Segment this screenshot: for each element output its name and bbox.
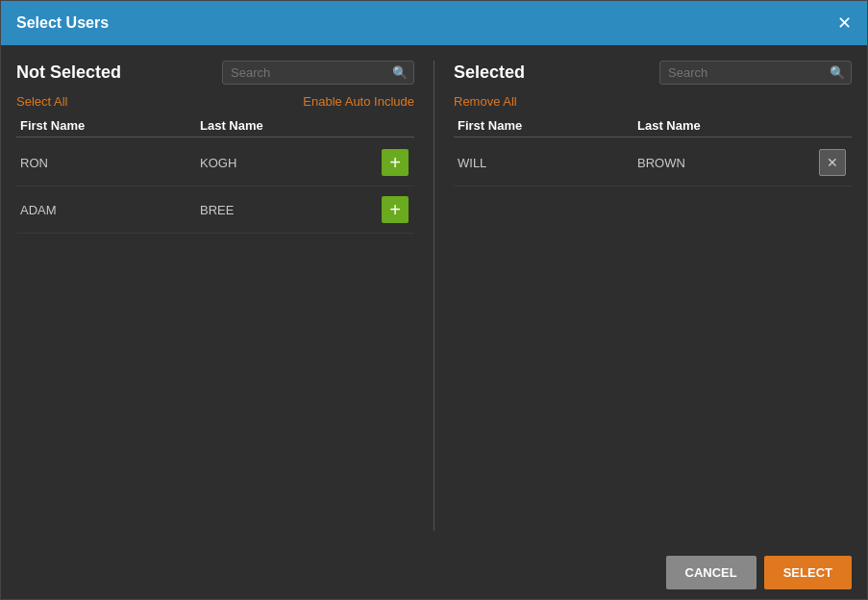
modal-footer: CANCEL SELECT <box>1 546 867 599</box>
selected-col-first: First Name <box>454 118 633 133</box>
selected-title: Selected <box>454 62 525 83</box>
not-selected-row2-action: + <box>376 196 414 223</box>
cancel-button[interactable]: CANCEL <box>666 556 756 589</box>
selected-col-last: Last Name <box>633 118 813 133</box>
not-selected-row1-action: + <box>376 149 414 176</box>
not-selected-actions: Select All Enable Auto Include <box>16 94 414 109</box>
table-row: RON KOGH + <box>16 139 414 187</box>
selected-rows: WILL BROWN ✕ <box>454 139 852 531</box>
enable-auto-link[interactable]: Enable Auto Include <box>303 94 414 109</box>
not-selected-rows: RON KOGH + ADAM BREE + <box>16 139 414 531</box>
modal-body: Not Selected 🔍 Select All Enable Auto In… <box>1 45 867 546</box>
not-selected-panel-top: Not Selected 🔍 <box>16 61 414 85</box>
panel-divider <box>434 61 434 531</box>
not-selected-search-box[interactable]: 🔍 <box>222 61 414 85</box>
remove-all-link[interactable]: Remove All <box>454 94 517 109</box>
search-icon: 🔍 <box>392 65 408 80</box>
not-selected-row1-last: KOGH <box>196 156 376 170</box>
selected-table-header: First Name Last Name <box>454 114 852 138</box>
remove-will-button[interactable]: ✕ <box>819 149 846 176</box>
not-selected-row2-last: BREE <box>196 203 376 217</box>
selected-panel-top: Selected 🔍 <box>454 61 852 85</box>
table-row: WILL BROWN ✕ <box>454 139 852 187</box>
not-selected-col-first: First Name <box>16 118 196 133</box>
add-ron-button[interactable]: + <box>382 149 409 176</box>
table-row: ADAM BREE + <box>16 187 414 234</box>
modal-header: Select Users ✕ <box>1 1 867 45</box>
modal-title: Select Users <box>16 14 109 32</box>
select-button[interactable]: SELECT <box>764 556 852 589</box>
selected-row1-first: WILL <box>454 156 633 170</box>
not-selected-row1-first: RON <box>16 156 196 170</box>
add-adam-button[interactable]: + <box>382 196 409 223</box>
selected-search-input[interactable] <box>668 65 830 80</box>
not-selected-col-action <box>376 118 414 133</box>
select-all-link[interactable]: Select All <box>16 94 67 109</box>
not-selected-col-last: Last Name <box>196 118 376 133</box>
not-selected-panel: Not Selected 🔍 Select All Enable Auto In… <box>16 61 414 531</box>
not-selected-title: Not Selected <box>16 62 121 83</box>
select-users-modal: Select Users ✕ Not Selected 🔍 Select All… <box>0 0 868 600</box>
selected-actions: Remove All <box>454 94 852 109</box>
not-selected-table-header: First Name Last Name <box>16 114 414 138</box>
close-button[interactable]: ✕ <box>837 14 852 32</box>
not-selected-search-input[interactable] <box>231 65 392 80</box>
selected-row1-last: BROWN <box>633 156 813 170</box>
selected-search-box[interactable]: 🔍 <box>659 61 852 85</box>
not-selected-row2-first: ADAM <box>16 203 196 217</box>
search-icon: 🔍 <box>830 65 845 80</box>
selected-panel: Selected 🔍 Remove All First Name Last Na… <box>454 61 852 531</box>
selected-row1-action: ✕ <box>813 149 852 176</box>
selected-col-action <box>813 118 852 133</box>
